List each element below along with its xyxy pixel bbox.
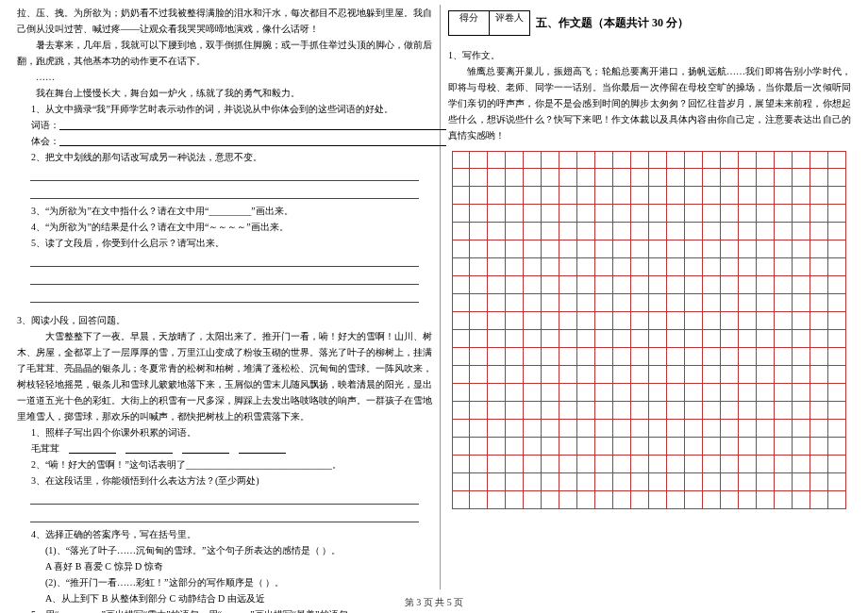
score-cell-points: 得分	[448, 10, 490, 36]
answer-blank[interactable]	[30, 185, 419, 199]
essay-grid[interactable]	[452, 151, 847, 509]
answer-blank[interactable]	[30, 271, 419, 285]
answer-blank[interactable]	[30, 253, 419, 267]
answer-blank[interactable]	[30, 289, 419, 303]
r-question-3: 3、在这段话里，你能领悟到什么表达方法？(至少两处)	[31, 472, 432, 489]
blank-underline[interactable]	[182, 443, 229, 454]
r-q4-b: (2)、“推开门一看……彩虹！”这部分的写作顺序是（ ）。	[45, 574, 432, 590]
question-4: 4、“为所欲为”的结果是什么？请在文中用“～～～～”画出来。	[31, 219, 432, 235]
reading-passage: 大雪整整下了一夜。早晨，天放晴了，太阳出来了。推开门一看，嗬！好大的雪啊！山川、…	[17, 328, 432, 424]
example-word: 毛茸茸	[31, 443, 59, 454]
left-column: 拉、压、拽。为所欲为；奶奶看不过我被整得满脸的泪水和汗水，每次都目不忍视地躲到里…	[9, 5, 441, 589]
answer-blank[interactable]	[30, 508, 419, 522]
blank-underline[interactable]	[59, 120, 446, 130]
answer-blank[interactable]	[30, 167, 419, 181]
question-1: 1、从文中摘录“我”拜师学艺时表示动作的词，并说说从中你体会到的这些词语的好处。	[31, 101, 432, 117]
r-q1-example: 毛茸茸	[31, 440, 432, 456]
reading-intro: 3、阅读小段，回答问题。	[17, 312, 432, 328]
writing-label: 1、写作文。	[448, 47, 851, 63]
section-title: 五、作文题（本题共计 30 分）	[536, 15, 689, 31]
blank-underline[interactable]	[125, 443, 173, 454]
question-3: 3、“为所欲为”在文中指什么？请在文中用“_________”画出来。	[31, 203, 432, 219]
label-words: 词语：	[31, 120, 59, 130]
page-footer: 第 3 页 共 5 页	[0, 596, 868, 609]
q1-feel-label: 体会：	[31, 133, 432, 149]
label-feel: 体会：	[31, 136, 59, 146]
blank-underline[interactable]	[239, 443, 286, 454]
passage-line: 暑去寒来，几年后，我就可以下腰到地，双手倒抓住脚腕；或一手抓住举过头顶的脚心，做…	[17, 37, 432, 69]
section-header-row: 得分 评卷人 五、作文题（本题共计 30 分）	[448, 5, 851, 41]
right-column: 得分 评卷人 五、作文题（本题共计 30 分） 1、写作文。 雏鹰总要离开巢儿，…	[441, 5, 859, 589]
r-q4-a-opts: A 喜好 B 喜爱 C 惊异 D 惊奇	[45, 558, 432, 574]
r-question-1: 1、照样子写出四个你课外积累的词语。	[31, 424, 432, 440]
question-2: 2、把文中划线的那句话改写成另一种说法，意思不变。	[31, 149, 432, 165]
passage-ellipsis: ……	[17, 69, 432, 85]
score-cell-grader: 评卷人	[490, 10, 530, 36]
blank-underline[interactable]	[69, 443, 116, 454]
writing-prompt: 雏鹰总要离开巢儿，振翅高飞；轮船总要离开港口，扬帆远航……我们即将告别小学时代，…	[448, 63, 851, 143]
r-question-2: 2、“嗬！好大的雪啊！”这句话表明了______________________…	[31, 456, 432, 472]
score-box: 得分 评卷人	[448, 10, 530, 36]
q1-words-label: 词语：	[31, 117, 432, 133]
blank-underline[interactable]	[59, 136, 446, 146]
question-5: 5、读了文段后，你受到什么启示？请写出来。	[31, 235, 432, 251]
r-question-4: 4、选择正确的答案序号，写在括号里。	[31, 526, 432, 542]
r-q4-a: (1)、“落光了叶子……沉甸甸的雪球。”这个句子所表达的感情是（ ）。	[45, 542, 432, 558]
passage-line: 拉、压、拽。为所欲为；奶奶看不过我被整得满脸的泪水和汗水，每次都目不忍视地躲到里…	[17, 5, 432, 37]
answer-blank[interactable]	[30, 490, 419, 505]
passage-line: 我在舞台上慢慢长大，舞台如一炉火，练就了我的勇气和毅力。	[17, 85, 432, 101]
